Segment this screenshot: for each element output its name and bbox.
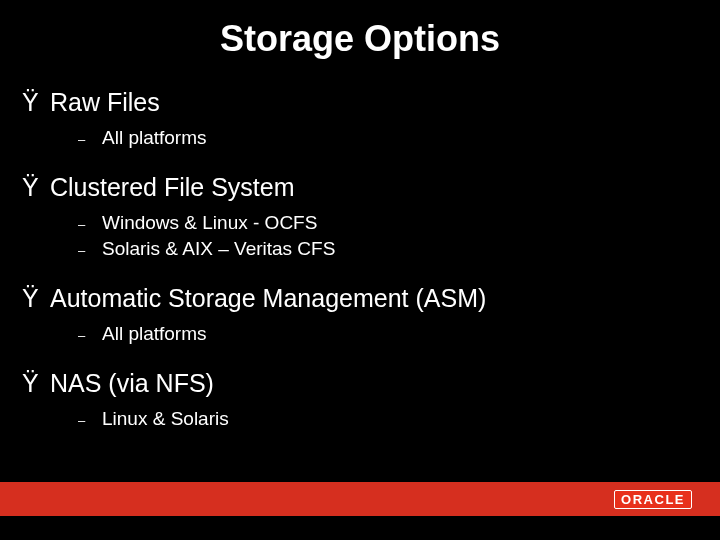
- slide: Storage Options Ÿ Raw Files – All platfo…: [0, 0, 720, 540]
- bullet-group: Ÿ Automatic Storage Management (ASM) – A…: [22, 284, 720, 345]
- top-bullet: Ÿ Automatic Storage Management (ASM): [22, 284, 720, 313]
- bullet-icon: Ÿ: [22, 173, 50, 202]
- dash-icon: –: [78, 326, 102, 345]
- bullet-group: Ÿ Raw Files – All platforms: [22, 88, 720, 149]
- content-area: Ÿ Raw Files – All platforms Ÿ Clustered …: [0, 70, 720, 430]
- sub-label: All platforms: [102, 323, 207, 345]
- dash-icon: –: [78, 241, 102, 260]
- sub-label: Linux & Solaris: [102, 408, 229, 430]
- sub-label: Solaris & AIX – Veritas CFS: [102, 238, 335, 260]
- bullet-label: Raw Files: [50, 88, 160, 117]
- slide-title: Storage Options: [0, 0, 720, 70]
- bullet-label: NAS (via NFS): [50, 369, 214, 398]
- bullet-group: Ÿ NAS (via NFS) – Linux & Solaris: [22, 369, 720, 430]
- dash-icon: –: [78, 411, 102, 430]
- bullet-icon: Ÿ: [22, 369, 50, 398]
- top-bullet: Ÿ NAS (via NFS): [22, 369, 720, 398]
- sub-bullet: – All platforms: [22, 127, 720, 149]
- sub-label: All platforms: [102, 127, 207, 149]
- sub-bullet: – Windows & Linux - OCFS: [22, 212, 720, 234]
- sub-label: Windows & Linux - OCFS: [102, 212, 317, 234]
- bullet-group: Ÿ Clustered File System – Windows & Linu…: [22, 173, 720, 260]
- bullet-label: Automatic Storage Management (ASM): [50, 284, 486, 313]
- top-bullet: Ÿ Raw Files: [22, 88, 720, 117]
- top-bullet: Ÿ Clustered File System: [22, 173, 720, 202]
- footer-bar: ORACLE: [0, 482, 720, 516]
- bullet-label: Clustered File System: [50, 173, 295, 202]
- bullet-icon: Ÿ: [22, 284, 50, 313]
- sub-bullet: – Solaris & AIX – Veritas CFS: [22, 238, 720, 260]
- dash-icon: –: [78, 215, 102, 234]
- bullet-icon: Ÿ: [22, 88, 50, 117]
- sub-bullet: – Linux & Solaris: [22, 408, 720, 430]
- dash-icon: –: [78, 130, 102, 149]
- oracle-logo: ORACLE: [614, 490, 692, 509]
- sub-bullet: – All platforms: [22, 323, 720, 345]
